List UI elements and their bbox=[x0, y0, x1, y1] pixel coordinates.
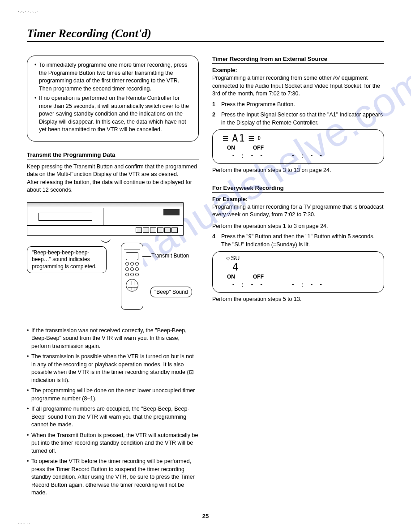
everyweek-heading: For Everyweek Recording bbox=[212, 184, 384, 193]
perform-steps-text: Perform the operation steps 1 to 3 on pa… bbox=[212, 223, 384, 231]
page-number: 25 bbox=[202, 513, 209, 519]
perform-steps-text: Perform the operation steps 5 to 13. bbox=[212, 296, 384, 304]
lcd-value: A1 bbox=[232, 133, 246, 144]
lcd-indicator: ≡ bbox=[223, 133, 229, 144]
right-column: Timer Recording from an External Source … bbox=[212, 56, 384, 500]
external-source-heading: Timer Recording from an External Source bbox=[212, 56, 384, 64]
lcd-indicator: ≡ bbox=[248, 133, 255, 144]
lcd-off-label: OFF bbox=[253, 145, 264, 151]
note-item: The transmission is possible when the VT… bbox=[27, 353, 199, 384]
lcd-time: - : - - bbox=[231, 152, 264, 159]
lcd-display-a1: ≡ A1 ≡ D ON OFF - : - - - : - - bbox=[212, 129, 384, 164]
beep-callout: "Beep-beep-beep-beep-beep…" sound indica… bbox=[27, 246, 107, 274]
lcd-time: - : - - bbox=[291, 152, 324, 159]
perform-steps-text: Perform the operation steps 3 to 13 on p… bbox=[212, 167, 384, 175]
left-column: To immediately programme one more timer … bbox=[27, 56, 199, 500]
transmit-button-label: Transmit Button bbox=[151, 253, 189, 259]
example-text: Programming a timer recording from some … bbox=[212, 74, 384, 98]
note-item: If the transmission was not received cor… bbox=[27, 327, 199, 351]
lcd-on-label: ON bbox=[227, 145, 235, 151]
lcd-time: - : - - bbox=[291, 281, 324, 288]
scan-artifact: ····· ·· bbox=[18, 521, 30, 526]
step-number: 4 bbox=[212, 233, 218, 249]
step-number: 1 bbox=[212, 101, 218, 109]
leader-line bbox=[142, 256, 151, 257]
lcd-display-su: ☼SU 4 ON OFF - : - - - : - - bbox=[212, 251, 384, 293]
lcd-d-indicator: D bbox=[258, 136, 261, 141]
step-text: Press the "9" Button and then the "1" Bu… bbox=[221, 233, 384, 249]
everyweek-text: Programming a timer recording for a TV p… bbox=[212, 203, 384, 219]
notice-item: To immediately programme one more timer … bbox=[34, 61, 191, 93]
step-text: Press the Input Signal Selector so that … bbox=[221, 111, 384, 127]
content-columns: To immediately programme one more timer … bbox=[27, 56, 384, 500]
note-item: When the Transmit Button is pressed, the… bbox=[27, 432, 199, 455]
remote-drawing bbox=[121, 243, 143, 310]
note-item: If all programme numbers are occupied, t… bbox=[27, 405, 199, 429]
transmit-paragraph: After releasing the button, the data wil… bbox=[27, 179, 199, 194]
beep-sound-bubble: "Beep" Sound bbox=[150, 287, 192, 297]
scan-artifact: ·.·.·.·.·..· bbox=[18, 9, 38, 14]
example-label: Example: bbox=[212, 67, 384, 73]
transmit-paragraph: Keep pressing the Transmit Button and co… bbox=[27, 163, 199, 179]
step-2: 2 Press the Input Signal Selector so tha… bbox=[212, 111, 384, 127]
step-list: 1 Press the Programme Button. 2 Press th… bbox=[212, 101, 384, 127]
page-title: Timer Recording (Cont'd) bbox=[27, 27, 384, 42]
vcr-unit-drawing bbox=[27, 202, 184, 236]
notice-item: If no operation is performed on the Remo… bbox=[34, 94, 191, 134]
lcd-off-label: OFF bbox=[253, 274, 264, 280]
lcd-time: - : - - bbox=[231, 281, 264, 288]
step-1: 1 Press the Programme Button. bbox=[212, 101, 384, 109]
transmit-heading: Transmit the Programming Data bbox=[27, 151, 199, 159]
note-item: The programming will be done on the next… bbox=[27, 387, 199, 403]
notes-list: If the transmission was not received cor… bbox=[27, 327, 199, 497]
for-example-label: For Example: bbox=[212, 196, 384, 202]
vcr-illustration: ︶ "Beep-beep-beep-beep-beep…" sound indi… bbox=[27, 202, 199, 319]
lcd-on-label: ON bbox=[227, 274, 235, 280]
step-4: 4 Press the "9" Button and then the "1" … bbox=[212, 233, 384, 249]
lcd-value: 4 bbox=[232, 262, 239, 273]
step-text: Press the Programme Button. bbox=[221, 101, 295, 109]
sunday-indicator: ☼SU bbox=[225, 254, 377, 262]
step-number: 2 bbox=[212, 111, 218, 127]
note-item: To operate the VTR before the timer reco… bbox=[27, 458, 199, 497]
step-list-2: 4 Press the "9" Button and then the "1" … bbox=[212, 233, 384, 249]
notice-box: To immediately programme one more timer … bbox=[27, 56, 199, 142]
